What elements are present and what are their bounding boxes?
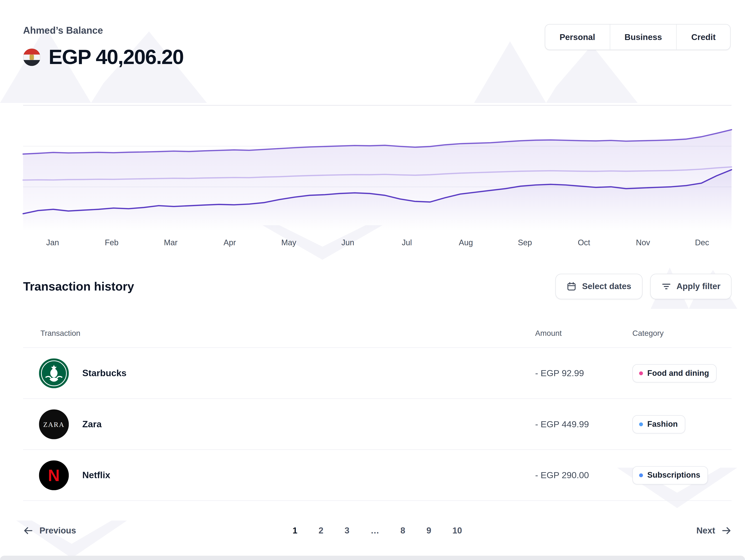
transaction-amount: - EGP 92.99	[535, 368, 632, 378]
category-cell: Fashion	[633, 415, 732, 433]
month-label-aug: Aug	[436, 238, 495, 247]
month-label-nov: Nov	[614, 238, 673, 247]
egypt-flag-icon	[23, 48, 40, 66]
page-2[interactable]: 2	[319, 526, 324, 536]
transaction-name: Starbucks	[82, 368, 126, 378]
table-row: ZARAZara- EGP 449.99Fashion	[23, 398, 732, 449]
column-header-category: Category	[633, 329, 732, 338]
balance-dashboard: Ahmed’s Balance EGP 40,206.20 PersonalBu…	[0, 0, 745, 560]
month-label-jul: Jul	[378, 238, 436, 247]
arrow-right-icon	[721, 525, 732, 536]
filter-icon	[661, 282, 671, 292]
category-dot-icon	[639, 422, 643, 426]
transaction-cell: Starbucks	[23, 358, 535, 388]
pagination-pages: 123…8910	[293, 526, 462, 536]
month-label-apr: Apr	[200, 238, 259, 247]
transaction-cell: ZARAZara	[23, 409, 535, 439]
month-label-may: May	[259, 238, 318, 247]
page-10[interactable]: 10	[452, 526, 462, 536]
column-header-transaction: Transaction	[23, 329, 535, 338]
balance-chart-svg	[0, 103, 745, 231]
month-label-dec: Dec	[673, 238, 732, 247]
page-9[interactable]: 9	[426, 526, 431, 536]
next-section-edge-decoration	[0, 556, 745, 560]
month-label-jun: Jun	[318, 238, 378, 247]
month-label-oct: Oct	[554, 238, 614, 247]
month-label-jan: Jan	[23, 238, 82, 247]
transaction-toolbar: Select dates Apply filter	[556, 274, 732, 299]
calendar-icon	[567, 282, 577, 292]
svg-text:ZARA: ZARA	[43, 421, 65, 428]
page-3[interactable]: 3	[345, 526, 349, 536]
transaction-name: Netflix	[82, 470, 110, 481]
page-1[interactable]: 1	[293, 526, 298, 536]
transaction-table: Transaction Amount Category Starbucks- E…	[23, 320, 732, 501]
transaction-amount: - EGP 449.99	[535, 419, 632, 429]
chart-month-labels: JanFebMarAprMayJunJulAugSepOctNovDec	[23, 238, 732, 247]
previous-button[interactable]: Previous	[23, 525, 76, 536]
tab-business[interactable]: Business	[610, 25, 676, 50]
zara-logo-icon: ZARA	[39, 409, 69, 439]
svg-text:N: N	[48, 466, 60, 484]
transaction-table-header: Transaction Amount Category	[23, 320, 732, 347]
pagination: Previous 123…8910 Next	[23, 519, 732, 542]
category-badge: Fashion	[633, 415, 685, 433]
select-dates-button[interactable]: Select dates	[556, 274, 642, 299]
column-header-amount: Amount	[535, 329, 632, 338]
transaction-amount: - EGP 290.00	[535, 470, 632, 481]
background-chevron-decoration	[474, 41, 638, 103]
category-cell: Food and dining	[633, 364, 732, 382]
balance-value: EGP 40,206.20	[48, 45, 184, 69]
balance-label: Ahmed’s Balance	[23, 25, 103, 36]
select-dates-label: Select dates	[582, 282, 631, 292]
netflix-logo-icon: N	[39, 460, 69, 490]
month-label-sep: Sep	[495, 238, 555, 247]
transaction-cell: NNetflix	[23, 460, 535, 490]
starbucks-logo-icon	[39, 358, 69, 388]
next-label: Next	[697, 526, 715, 536]
transaction-history-title: Transaction history	[23, 279, 134, 293]
month-label-mar: Mar	[141, 238, 200, 247]
pagination-ellipsis: …	[370, 526, 379, 536]
account-type-tabs: PersonalBusinessCredit	[545, 24, 731, 50]
next-button[interactable]: Next	[697, 525, 732, 536]
apply-filter-label: Apply filter	[676, 282, 720, 292]
category-badge: Food and dining	[633, 364, 717, 382]
category-cell: Subscriptions	[633, 466, 732, 484]
balance-row: EGP 40,206.20	[23, 45, 184, 69]
table-row: NNetflix- EGP 290.00Subscriptions	[23, 449, 732, 500]
category-dot-icon	[639, 473, 643, 477]
table-row: Starbucks- EGP 92.99Food and dining	[23, 347, 732, 398]
tab-credit[interactable]: Credit	[676, 25, 730, 50]
transaction-table-body: Starbucks- EGP 92.99Food and diningZARAZ…	[23, 347, 732, 501]
previous-label: Previous	[39, 526, 76, 536]
category-dot-icon	[639, 371, 643, 375]
transaction-name: Zara	[82, 419, 101, 429]
page-8[interactable]: 8	[400, 526, 405, 536]
arrow-left-icon	[23, 525, 34, 536]
balance-chart: JanFebMarAprMayJunJulAugSepOctNovDec	[0, 103, 745, 250]
month-label-feb: Feb	[82, 238, 141, 247]
tab-personal[interactable]: Personal	[545, 25, 610, 50]
category-badge: Subscriptions	[633, 466, 708, 484]
apply-filter-button[interactable]: Apply filter	[650, 274, 732, 299]
